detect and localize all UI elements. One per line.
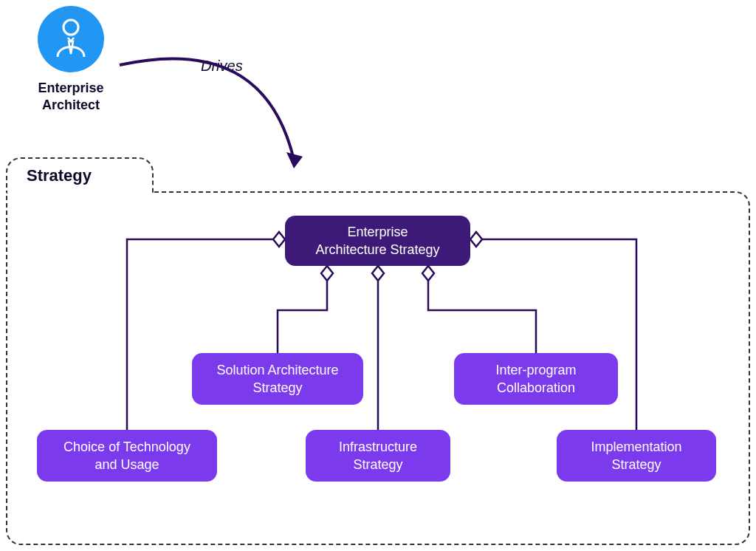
edge-label-drives: Drives bbox=[201, 58, 243, 75]
svg-point-0 bbox=[63, 20, 78, 35]
actor-label: EnterpriseArchitect bbox=[27, 80, 115, 114]
actor-enterprise-architect: EnterpriseArchitect bbox=[27, 6, 115, 114]
svg-marker-1 bbox=[286, 152, 303, 168]
node-solution-architecture-strategy: Solution ArchitectureStrategy bbox=[192, 353, 363, 405]
node-choice-of-technology: Choice of Technologyand Usage bbox=[37, 430, 217, 482]
person-icon bbox=[38, 6, 104, 72]
strategy-container-label: Strategy bbox=[27, 166, 92, 185]
node-implementation-strategy: ImplementationStrategy bbox=[557, 430, 716, 482]
node-enterprise-architecture-strategy: EnterpriseArchitecture Strategy bbox=[285, 216, 470, 266]
strategy-container-tab: Strategy bbox=[6, 157, 154, 193]
node-infrastructure-strategy: InfrastructureStrategy bbox=[306, 430, 450, 482]
node-inter-program-collaboration: Inter-programCollaboration bbox=[454, 353, 618, 405]
